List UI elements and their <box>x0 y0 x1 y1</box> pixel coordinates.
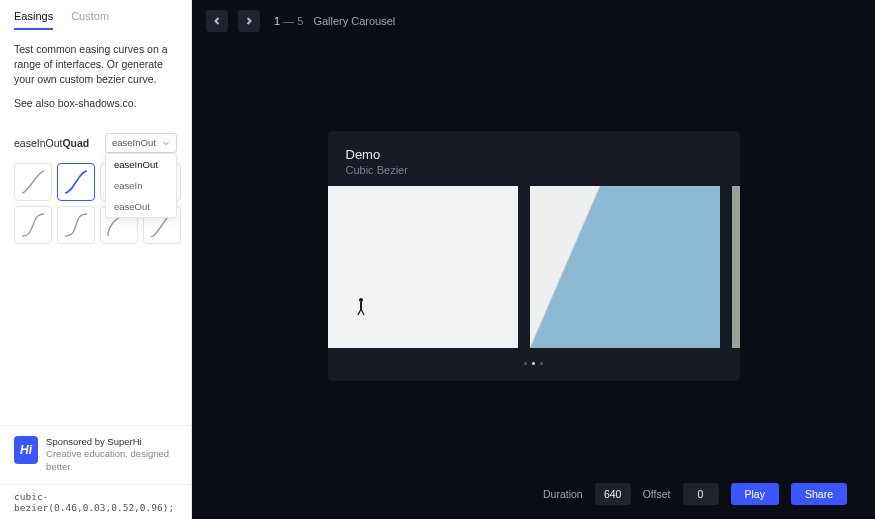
svg-rect-2 <box>360 302 362 309</box>
sidebar-description: Test common easing curves on a range of … <box>0 30 191 127</box>
stage: Demo Cubic Bezier <box>192 42 875 519</box>
carousel[interactable] <box>328 186 740 348</box>
demo-card: Demo Cubic Bezier <box>328 131 740 381</box>
tab-easings[interactable]: Easings <box>14 10 53 30</box>
dot[interactable] <box>540 362 543 365</box>
sponsor-block[interactable]: Hi Sponsored by SuperHi Creative educati… <box>0 425 191 484</box>
offset-input[interactable] <box>683 483 719 505</box>
carousel-slide <box>732 186 740 348</box>
bezier-code: cubic-bezier(0.46,0.03,0.52,0.96); <box>0 484 191 519</box>
svg-rect-8 <box>732 186 740 348</box>
carousel-slide <box>328 186 518 348</box>
dot[interactable] <box>524 362 527 365</box>
prev-button[interactable] <box>206 10 228 32</box>
main-area: 1 — 5 Gallery Carousel Demo Cubic Bezier <box>192 0 875 519</box>
easing-select-row: easeInOutQuad easeInOut easeInOut easeIn… <box>0 127 191 161</box>
sidebar-tabs: Easings Custom <box>0 0 191 30</box>
curve-expo[interactable] <box>57 206 95 244</box>
chevron-down-icon <box>162 139 170 147</box>
chevron-right-icon <box>244 16 254 26</box>
curve-quint[interactable] <box>14 206 52 244</box>
next-button[interactable] <box>238 10 260 32</box>
curve-sine[interactable] <box>14 163 52 201</box>
dropdown-option[interactable]: easeOut <box>106 196 176 217</box>
svg-point-1 <box>359 298 363 302</box>
svg-rect-0 <box>328 186 518 348</box>
play-button[interactable]: Play <box>731 483 779 505</box>
tab-custom[interactable]: Custom <box>71 10 109 30</box>
description-p2: See also box-shadows.co. <box>14 96 177 111</box>
carousel-dots <box>328 362 740 365</box>
duration-input[interactable] <box>595 483 631 505</box>
example-counter: 1 — 5 <box>274 15 303 27</box>
chevron-left-icon <box>212 16 222 26</box>
bottom-controls: Duration Offset Play Share <box>543 483 847 505</box>
share-button[interactable]: Share <box>791 483 847 505</box>
demo-subtitle: Cubic Bezier <box>346 164 722 176</box>
dropdown-option[interactable]: easeInOut <box>106 154 176 175</box>
dropdown-option[interactable]: easeIn <box>106 175 176 196</box>
easing-name: easeInOutQuad <box>14 137 89 149</box>
offset-label: Offset <box>643 488 671 500</box>
sponsor-logo: Hi <box>14 436 38 464</box>
example-title: Gallery Carousel <box>313 15 395 27</box>
dot[interactable] <box>532 362 535 365</box>
curve-quad[interactable] <box>57 163 95 201</box>
sponsor-text: Sponsored by SuperHi Creative education,… <box>46 436 177 474</box>
sidebar: Easings Custom Test common easing curves… <box>0 0 192 519</box>
carousel-slide <box>530 186 720 348</box>
topbar: 1 — 5 Gallery Carousel <box>192 0 875 42</box>
easing-type-dropdown[interactable]: easeInOut <box>105 133 177 153</box>
dropdown-menu: easeInOut easeIn easeOut <box>105 153 177 218</box>
description-p1: Test common easing curves on a range of … <box>14 42 177 88</box>
demo-title: Demo <box>346 147 722 162</box>
duration-label: Duration <box>543 488 583 500</box>
